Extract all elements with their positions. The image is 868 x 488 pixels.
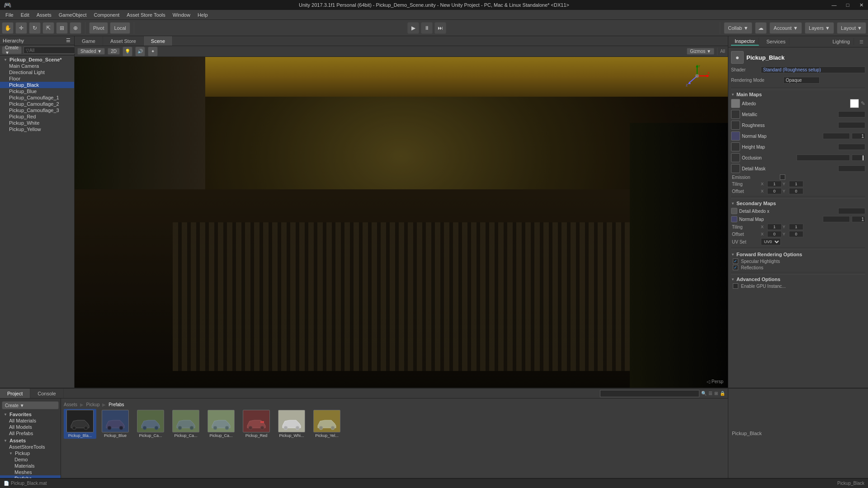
tree-meshes[interactable]: Meshes	[0, 469, 61, 475]
tree-item-pickup-camo1[interactable]: Pickup_Camouflage_1	[0, 94, 74, 101]
grid-icon[interactable]: ⊞	[714, 391, 718, 396]
tree-item-pickup-white[interactable]: Pickup_White	[0, 120, 74, 126]
audio-toggle[interactable]: 🔊	[135, 47, 145, 56]
sec-offset-x-input[interactable]	[767, 231, 782, 237]
rotate-tool[interactable]: ↻	[29, 22, 41, 34]
play-button[interactable]: ▶	[407, 22, 419, 34]
close-button[interactable]: ✕	[854, 0, 868, 10]
albedo-color-box[interactable]	[850, 99, 859, 108]
effect-toggle[interactable]: ✦	[148, 47, 158, 56]
gpu-instancing-checkbox[interactable]	[733, 283, 738, 289]
menu-component[interactable]: Component	[90, 11, 123, 19]
specular-highlights-checkbox[interactable]	[733, 258, 738, 264]
tree-item-pickup-blue[interactable]: Pickup_Blue	[0, 88, 74, 94]
2d-button[interactable]: 2D	[108, 48, 120, 55]
sec-tiling-y-input[interactable]	[789, 224, 803, 230]
emission-checkbox[interactable]	[780, 174, 785, 180]
tree-item-pickup-black[interactable]: Pickup_Black	[0, 82, 74, 88]
main-maps-header[interactable]: ▼ Main Maps	[731, 89, 865, 98]
shaded-dropdown[interactable]: Shaded ▼	[77, 48, 105, 55]
tree-item-pickup-yellow[interactable]: Pickup_Yellow	[0, 126, 74, 132]
hand-tool[interactable]: ✋	[2, 22, 14, 34]
account-button[interactable]: Account ▼	[769, 22, 802, 34]
asset-pickup-red[interactable]: Pickup_Red	[240, 409, 273, 439]
rendering-mode-dropdown[interactable]: Opaque	[783, 77, 820, 84]
maximize-button[interactable]: □	[841, 0, 854, 10]
tree-pickup[interactable]: ▼ Pickup	[0, 450, 61, 456]
tree-all-materials[interactable]: All Materials	[0, 418, 61, 424]
tree-item-floor[interactable]: Floor	[0, 75, 74, 82]
transform-tool[interactable]: ⊕	[70, 22, 81, 34]
reflections-checkbox[interactable]	[733, 265, 738, 270]
tree-favorites[interactable]: ▼ Favorites	[0, 411, 61, 418]
heightmap-slot[interactable]	[838, 144, 865, 150]
menu-help[interactable]: Help	[194, 11, 212, 19]
offset-x-input[interactable]	[767, 188, 782, 194]
tab-console[interactable]: Console	[30, 389, 63, 398]
normalmap-num[interactable]: 1	[852, 133, 865, 139]
tab-scene[interactable]: Scene	[144, 36, 173, 46]
albedo-picker[interactable]: ✎	[861, 100, 865, 107]
rect-tool[interactable]: ⊞	[56, 22, 68, 34]
tree-item-scene[interactable]: ▼ Pickup_Demo_Scene*	[0, 56, 74, 63]
tree-prefabs[interactable]: Prefabs	[0, 475, 61, 478]
minimize-button[interactable]: —	[827, 0, 841, 10]
tiling-x-input[interactable]	[767, 181, 782, 187]
tab-lighting[interactable]: Lighting	[829, 38, 854, 45]
tab-assetstore[interactable]: Asset Store	[103, 36, 144, 46]
menu-assets[interactable]: Assets	[33, 11, 55, 19]
uv-set-select[interactable]: UV0 UV1	[761, 238, 781, 245]
menu-gameobject[interactable]: GameObject	[55, 11, 90, 19]
tree-item-pickup-camo2[interactable]: Pickup_Camouflage_2	[0, 101, 74, 107]
tab-inspector[interactable]: Inspector	[731, 38, 759, 46]
pivot-button[interactable]: Pivot	[89, 22, 108, 34]
tab-services[interactable]: Services	[763, 38, 789, 45]
roughness-slot[interactable]	[838, 122, 865, 128]
cloud-button[interactable]: ☁	[755, 22, 767, 34]
asset-pickup-camo1[interactable]: Pickup_Ca...	[134, 409, 167, 439]
offset-y-input[interactable]	[789, 188, 803, 194]
tree-assets[interactable]: ▼ Assets	[0, 437, 61, 444]
filter-icon[interactable]: ☰	[708, 391, 712, 396]
shader-dropdown[interactable]: Standard (Roughness setup)	[761, 66, 865, 73]
secondary-maps-header[interactable]: ▼ Secondary Maps	[731, 198, 865, 207]
project-search-input[interactable]	[600, 390, 699, 397]
tiling-y-input[interactable]	[789, 181, 803, 187]
inspector-menu[interactable]: ☰	[858, 39, 865, 44]
tab-project[interactable]: Project	[0, 389, 30, 398]
step-button[interactable]: ⏭	[434, 22, 446, 34]
breadcrumb-assets[interactable]: Assets	[64, 402, 77, 407]
menu-assetstoretools[interactable]: Asset Store Tools	[123, 11, 169, 19]
asset-pickup-camo3[interactable]: Pickup_Ca...	[205, 409, 237, 439]
breadcrumb-pickup[interactable]: Pickup	[86, 402, 100, 407]
lock-icon[interactable]: 🔒	[720, 391, 725, 396]
tree-item-pickup-camo3[interactable]: Pickup_Camouflage_3	[0, 107, 74, 113]
local-button[interactable]: Local	[110, 22, 130, 34]
asset-pickup-yellow[interactable]: Pickup_Yel...	[311, 409, 343, 439]
sec-offset-y-input[interactable]	[789, 231, 803, 237]
forward-rendering-header[interactable]: ▼ Forward Rendering Options	[731, 249, 865, 258]
layout-button[interactable]: Layout ▼	[837, 22, 866, 34]
gizmos-button[interactable]: Gizmos ▼	[687, 48, 714, 55]
breadcrumb-prefabs[interactable]: Prefabs	[108, 402, 124, 407]
menu-window[interactable]: Window	[169, 11, 194, 19]
advanced-options-header[interactable]: ▼ Advanced Options	[731, 274, 865, 283]
tab-game[interactable]: Game	[75, 36, 103, 46]
hierarchy-create-button[interactable]: Create ▼	[2, 46, 22, 54]
tree-assetstoretools[interactable]: AssetStoreTools	[0, 444, 61, 450]
occlusion-slot[interactable]	[797, 155, 850, 161]
hierarchy-menu[interactable]: ☰	[65, 38, 71, 43]
project-create-button[interactable]: Create ▼	[2, 401, 59, 409]
light-toggle[interactable]: 💡	[123, 47, 132, 56]
search-icon[interactable]: 🔍	[701, 391, 707, 396]
tree-all-prefabs[interactable]: All Prefabs	[0, 430, 61, 436]
normalmap-slot[interactable]	[823, 133, 850, 139]
sec-normalmap-num[interactable]: 1	[852, 216, 865, 222]
asset-pickup-black[interactable]: Pickup_Bla...	[64, 409, 96, 439]
detail-albedo-slot[interactable]	[838, 208, 865, 214]
tree-demo[interactable]: Demo	[0, 456, 61, 463]
asset-pickup-white[interactable]: Pickup_Whi...	[275, 409, 308, 439]
detailmask-slot[interactable]	[838, 165, 865, 172]
collab-button[interactable]: Collab ▼	[724, 22, 752, 34]
scale-tool[interactable]: ⇱	[42, 22, 54, 34]
